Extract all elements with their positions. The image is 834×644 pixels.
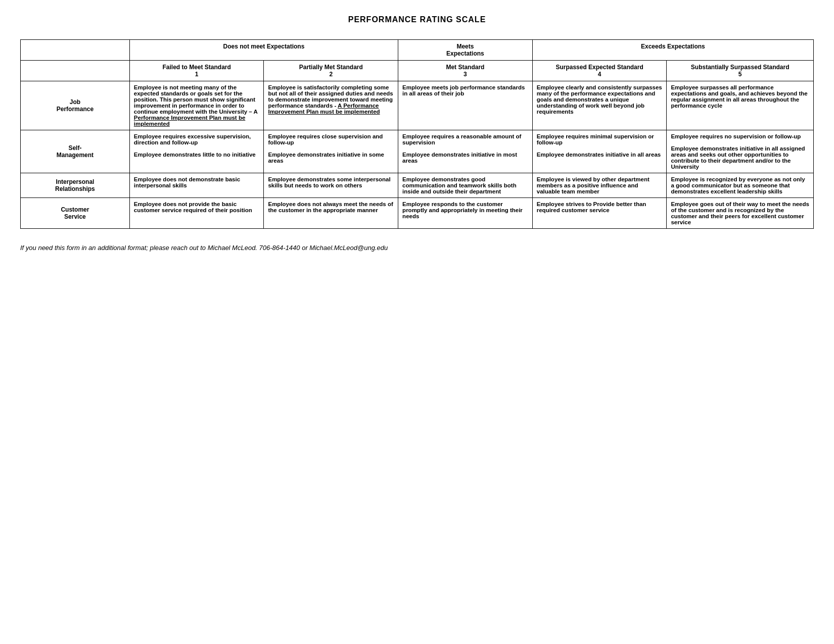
row-label-3: Customer Service xyxy=(21,198,130,229)
row2-col3: Employee demonstrates good communication… xyxy=(398,173,533,198)
row1-col5: Employee requires no supervision or foll… xyxy=(667,130,814,173)
footer-text: If you need this form in an additional f… xyxy=(20,244,814,252)
row2-col2: Employee demonstrates some interpersonal… xyxy=(264,173,398,198)
row3-col5: Employee goes out of their way to meet t… xyxy=(667,198,814,229)
row1-col1: Employee requires excessive supervision,… xyxy=(129,130,264,173)
does-not-meet-header: Does not meet Expectations xyxy=(129,40,398,61)
row0-col1: Employee is not meeting many of the expe… xyxy=(129,81,264,130)
row3-col1: Employee does not provide the basic cust… xyxy=(129,198,264,229)
col4-header: Surpassed Expected Standard 4 xyxy=(532,61,667,81)
row3-col3: Employee responds to the customer prompt… xyxy=(398,198,533,229)
row1-col4: Employee requires minimal supervision or… xyxy=(532,130,667,173)
row1-col3: Employee requires a reasonable amount of… xyxy=(398,130,533,173)
page-title: PERFORMANCE RATING SCALE xyxy=(20,15,814,24)
empty-sub-header xyxy=(21,61,130,81)
row3-col2: Employee does not always meet the needs … xyxy=(264,198,398,229)
row-label-0: Job Performance xyxy=(21,81,130,130)
row0-col4: Employee clearly and consistently surpas… xyxy=(532,81,667,130)
row2-col4: Employee is viewed by other department m… xyxy=(532,173,667,198)
empty-header-cell xyxy=(21,40,130,61)
meets-header: Meets Expectations xyxy=(398,40,533,61)
row3-col4: Employee strives to Provide better than … xyxy=(532,198,667,229)
row0-col3: Employee meets job performance standards… xyxy=(398,81,533,130)
col3-header: Met Standard 3 xyxy=(398,61,533,81)
row-label-1: Self- Management xyxy=(21,130,130,173)
col2-header: Partially Met Standard 2 xyxy=(264,61,398,81)
row0-col5: Employee surpasses all performance expec… xyxy=(667,81,814,130)
row0-col2: Employee is satisfactorily completing so… xyxy=(264,81,398,130)
row1-col2: Employee requires close supervision and … xyxy=(264,130,398,173)
exceeds-header: Exceeds Expectations xyxy=(532,40,813,61)
row-label-2: Interpersonal Relationships xyxy=(21,173,130,198)
row2-col1: Employee does not demonstrate basic inte… xyxy=(129,173,264,198)
col1-header: Failed to Meet Standard 1 xyxy=(129,61,264,81)
col5-header: Substantially Surpassed Standard 5 xyxy=(667,61,814,81)
rating-scale-table: Does not meet Expectations Meets Expecta… xyxy=(20,39,814,229)
row2-col5: Employee is recognized by everyone as no… xyxy=(667,173,814,198)
